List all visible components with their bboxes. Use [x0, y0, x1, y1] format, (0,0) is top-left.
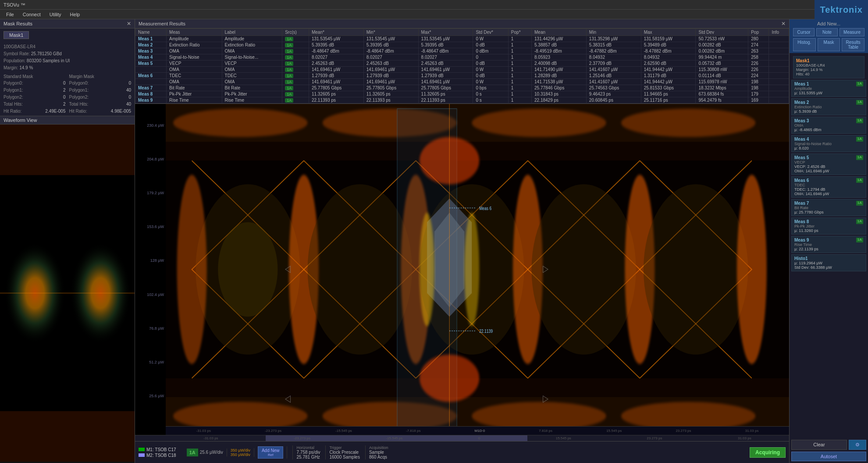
- table-cell: 141.69461 µW: [363, 67, 418, 73]
- poly0-margin-val: 0: [128, 80, 131, 87]
- right-mask-section[interactable]: Mask1 100GBASE-LR4 Margin: 14.9 % Hits: …: [793, 56, 864, 78]
- table-cell: 198: [748, 85, 769, 91]
- table-cell: Amplitude: [167, 36, 222, 42]
- right-meas-value2: µ: 5.3939 dB: [794, 109, 863, 114]
- svg-text:22.1139: 22.1139: [479, 328, 493, 334]
- autoset-button[interactable]: Autoset: [791, 452, 866, 461]
- ch2-val2: 350 µW/div: [231, 452, 250, 457]
- col-max-star: Max*: [418, 29, 473, 36]
- right-meas-item[interactable]: Meas 4 1A Signal-to-Noise Ratio µ: 8.020: [791, 135, 866, 152]
- right-meas-value2: Std Dev: 66.3388 µW: [794, 265, 863, 270]
- table-cell: [135, 79, 167, 85]
- table-cell: 0.05732 dB: [696, 61, 748, 67]
- right-meas-item[interactable]: Meas 6 1A TDEC TDEC: 1.2794 dBOMA: 141.6…: [791, 176, 866, 198]
- table-cell: OMA: [222, 48, 282, 54]
- col-meas: Meas: [167, 29, 222, 36]
- svg-point-11: [472, 109, 606, 137]
- table-cell: 2.45263 dB: [363, 61, 418, 67]
- measure-button[interactable]: Measure: [840, 28, 864, 36]
- tick-3: -15.545 ps: [335, 429, 352, 433]
- table-cell: 131.35298 µW: [586, 36, 641, 42]
- svg-point-36: [420, 213, 434, 326]
- hit-ratio-std-val: 2.49E-005: [45, 108, 65, 115]
- table-cell: 18.3232 Mbps: [696, 85, 748, 91]
- table-cell: 11.32605 ps: [363, 91, 418, 97]
- table-cell: 0.01114 dB: [696, 73, 748, 79]
- menu-utility[interactable]: Utility: [45, 11, 66, 18]
- table-cell: 954.2479 fs: [696, 97, 748, 103]
- table-cell: Bit Rate: [222, 85, 282, 91]
- poly1-std-val: 2: [63, 87, 66, 94]
- src-badge: 1A: [282, 36, 309, 42]
- trigger-val: Clock Prescale: [329, 450, 360, 455]
- table-cell: Rise Time: [222, 97, 282, 103]
- right-meas-value2: OMA: 141.6946 µW: [794, 192, 863, 196]
- table-cell: 1: [508, 67, 531, 73]
- table-cell: 2.40098 dB: [532, 61, 587, 67]
- table-cell: 9.46423 ps: [586, 91, 641, 97]
- table-cell: 141.41607 µW: [586, 79, 641, 85]
- right-meas-item[interactable]: Meas 8 1A Pk-Pk Jitter µ: 11.3260 ps: [791, 217, 866, 235]
- mask-button[interactable]: Mask: [818, 38, 840, 51]
- mask1-tab[interactable]: Mask1: [4, 31, 29, 39]
- poly1-margin-val: 40: [126, 87, 131, 94]
- table-cell: 141.69461 µW: [309, 79, 363, 85]
- right-meas-name: Meas 4: [794, 137, 809, 142]
- right-meas-item[interactable]: Meas 3 1A OMA µ: -8.4865 dBm: [791, 117, 866, 134]
- right-mask-hits: Hits: 40: [796, 72, 861, 76]
- acquiring-button[interactable]: Acquiring: [750, 447, 786, 458]
- right-meas-item[interactable]: Meas 1 1A Amplitude µ: 131.5355 µW: [791, 80, 866, 97]
- cursor-button[interactable]: Cursor: [793, 28, 815, 36]
- right-meas-item[interactable]: Meas 7 1A Bit Rate µ: 25.7780 Gbps: [791, 199, 866, 216]
- horizontal-scrollbar[interactable]: -31.03 ps -23.273 ps -15.545 ps 0 15.545…: [135, 435, 789, 441]
- right-meas-item[interactable]: Meas 5 1A VECP VECP: 2.4526 dBOMA: 141.6…: [791, 153, 866, 175]
- waveform-section: Waveform View: [0, 116, 135, 463]
- results-table-button[interactable]: Results Table: [842, 38, 864, 51]
- right-meas-item[interactable]: Meas 9 1A Rise Time µ: 22.1139 ps: [791, 236, 866, 253]
- add-new-button[interactable]: Add New Ref: [258, 446, 284, 459]
- table-cell: 5.39395 dB: [363, 42, 418, 48]
- ref-label: Ref: [268, 453, 273, 457]
- population-label: Population:: [4, 58, 25, 63]
- right-meas-title: Meas 3 1A: [794, 118, 863, 123]
- right-meas-title: Meas 2 1A: [794, 100, 863, 105]
- table-cell: 0 s: [473, 91, 508, 97]
- clear-button[interactable]: Clear: [791, 440, 847, 450]
- right-meas-item[interactable]: Histo1 µ: 119.2964 µWStd Dev: 66.3388 µW: [791, 254, 866, 271]
- margin-val: 14.9 %: [19, 65, 33, 70]
- icon-button-right[interactable]: ⚙: [849, 440, 866, 450]
- table-cell: Extinction Ratio: [222, 42, 282, 48]
- bottom-tick-3: -15.545 ps: [386, 436, 402, 440]
- table-cell: [769, 73, 789, 79]
- ch2-val1: 350 µW/div: [231, 448, 250, 452]
- menu-connect[interactable]: Connect: [18, 11, 45, 18]
- note-button[interactable]: Note: [816, 28, 838, 36]
- right-meas-item[interactable]: Meas 2 1A Extinction Ratio µ: 5.3939 dB: [791, 98, 866, 115]
- y-label-1: 230.4 µW: [135, 123, 166, 128]
- mask-results-close[interactable]: ✕: [127, 21, 131, 27]
- bottom-tick-1: -31.03 ps: [203, 436, 218, 440]
- waveform-canvas: [0, 125, 135, 462]
- table-cell: 1.27939 dB: [418, 73, 473, 79]
- table-cell: [769, 97, 789, 103]
- table-cell: 22.11393 ps: [363, 97, 418, 103]
- table-cell: 1: [508, 91, 531, 97]
- histog-button[interactable]: Histog.: [793, 38, 816, 51]
- table-cell: 1.27939 dB: [309, 73, 363, 79]
- table-cell: 5.38857 dB: [532, 42, 587, 48]
- menu-help[interactable]: Help: [66, 11, 85, 18]
- table-cell: 8.02027: [363, 54, 418, 61]
- table-cell: 0 W: [473, 79, 508, 85]
- margin-label-left: Margin:: [4, 65, 18, 70]
- measurement-results-close[interactable]: ✕: [781, 21, 786, 27]
- right-meas-name: Meas 5: [794, 155, 809, 160]
- measurement-table-body: Meas 1AmplitudeAmplitude1A131.53545 µW13…: [135, 36, 789, 103]
- right-meas-value2: µ: -8.4865 dBm: [794, 128, 863, 132]
- mask-results-panel: Mask Results ✕ Mask1 100GBASE-LR4 Symbol…: [0, 19, 135, 116]
- measurement-table-wrapper[interactable]: Name Meas Label Src(s) Mean* Min* Max* S…: [135, 28, 789, 103]
- table-cell: OMA: [167, 79, 222, 85]
- eye-diagram-svg: Meas 6 22.1139 ◁ ▷ ◁ ▷: [166, 104, 789, 435]
- table-row: Meas 2Extinction RatioExtinction Ratio1A…: [135, 42, 789, 48]
- menu-file[interactable]: File: [2, 11, 18, 18]
- table-cell: 25.77805 Gbps: [418, 85, 473, 91]
